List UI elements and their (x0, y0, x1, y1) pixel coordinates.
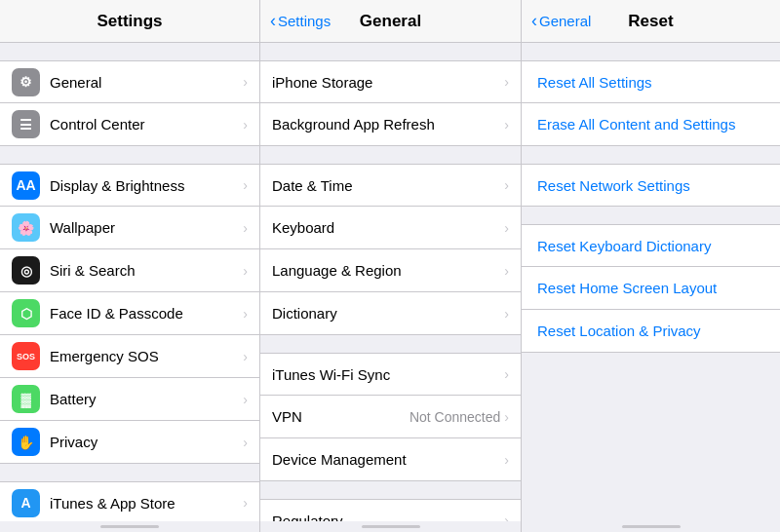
general-item-date-&-time[interactable]: Date & Time› (260, 164, 521, 207)
general-list: iPhone Storage›Background App Refresh›Da… (260, 43, 521, 521)
sidebar-item-battery[interactable]: ▓Battery› (0, 378, 259, 421)
wallpaper-label: Wallpaper (50, 219, 243, 236)
item-label: iPhone Storage (272, 74, 504, 91)
general-item-iphone-storage[interactable]: iPhone Storage› (260, 60, 521, 103)
item-label: Background App Refresh (272, 116, 504, 133)
reset-panel: ‹ General Reset Reset All SettingsErase … (522, 0, 780, 532)
item-value: Not Connected (410, 409, 500, 425)
chevron-right-icon: › (243, 349, 248, 364)
general-back[interactable]: ‹ Settings (270, 11, 331, 31)
reset-list: Reset All SettingsErase All Content and … (522, 43, 780, 521)
item-label: Language & Region (272, 262, 504, 279)
reset-title: Reset (628, 12, 673, 31)
sidebar-item-wallpaper[interactable]: 🌸Wallpaper› (0, 207, 259, 249)
control-center-icon: ☰ (12, 110, 40, 138)
chevron-right-icon: › (504, 366, 509, 382)
scroll-indicator-mid (362, 525, 420, 528)
general-header: ‹ Settings General (260, 0, 521, 43)
reset-item-erase-all-content-and-settings[interactable]: Erase All Content and Settings (522, 103, 780, 146)
item-label: VPN (272, 408, 410, 425)
reset-back[interactable]: ‹ General (531, 11, 591, 31)
battery-icon: ▓ (12, 385, 40, 413)
itunes-appstore-label: iTunes & App Store (50, 495, 243, 512)
sidebar-item-siri-search[interactable]: ◎Siri & Search› (0, 249, 259, 292)
privacy-icon: ✋ (12, 428, 40, 456)
chevron-right-icon: › (504, 513, 509, 521)
reset-item-label: Reset Network Settings (537, 177, 690, 194)
general-label: General (50, 74, 243, 91)
sidebar-item-display-brightness[interactable]: AADisplay & Brightness› (0, 164, 259, 207)
emergency-sos-icon: SOS (12, 342, 40, 370)
reset-item-label: Reset Keyboard Dictionary (537, 238, 711, 254)
item-label: Device Management (272, 451, 504, 468)
chevron-right-icon: › (504, 177, 509, 193)
scroll-indicator-right (622, 525, 681, 528)
chevron-right-icon: › (243, 263, 248, 279)
display-brightness-icon: AA (12, 171, 40, 200)
chevron-right-icon: › (243, 495, 248, 511)
general-panel: ‹ Settings General iPhone Storage›Backgr… (260, 0, 522, 532)
chevron-right-icon: › (243, 392, 248, 407)
chevron-right-icon: › (504, 74, 509, 90)
reset-item-reset-location-&-privacy[interactable]: Reset Location & Privacy (522, 310, 780, 353)
chevron-right-icon: › (504, 220, 509, 236)
general-title: General (360, 12, 421, 31)
settings-header: Settings (0, 0, 259, 43)
settings-list: ⚙General›☰Control Center›AADisplay & Bri… (0, 43, 259, 521)
wallpaper-icon: 🌸 (12, 213, 40, 242)
display-brightness-label: Display & Brightness (50, 177, 243, 194)
face-id-label: Face ID & Passcode (50, 305, 243, 322)
chevron-right-icon: › (243, 74, 248, 90)
settings-title: Settings (97, 12, 162, 31)
control-center-label: Control Center (50, 116, 243, 133)
item-label: Keyboard (272, 219, 504, 236)
chevron-right-icon: › (504, 409, 509, 425)
general-item-vpn[interactable]: VPNNot Connected› (260, 396, 521, 438)
sidebar-item-itunes-appstore[interactable]: AiTunes & App Store› (0, 481, 259, 521)
chevron-right-icon: › (504, 263, 509, 279)
general-item-keyboard[interactable]: Keyboard› (260, 207, 521, 249)
settings-panel: Settings ⚙General›☰Control Center›AADisp… (0, 0, 260, 532)
reset-item-label: Erase All Content and Settings (537, 116, 735, 133)
reset-item-reset-network-settings[interactable]: Reset Network Settings (522, 164, 780, 207)
general-back-label: Settings (278, 13, 331, 29)
sidebar-item-face-id[interactable]: ⬡Face ID & Passcode› (0, 292, 259, 335)
sidebar-item-general[interactable]: ⚙General› (0, 60, 259, 103)
back-chevron-icon-right: ‹ (531, 11, 537, 31)
general-item-device-management[interactable]: Device Management› (260, 438, 521, 481)
item-label: Regulatory (272, 513, 504, 522)
siri-search-label: Siri & Search (50, 262, 243, 279)
reset-item-reset-all-settings[interactable]: Reset All Settings (522, 60, 780, 103)
chevron-right-icon: › (504, 117, 509, 133)
siri-search-icon: ◎ (12, 256, 40, 285)
chevron-right-icon: › (243, 435, 248, 450)
general-item-background-app-refresh[interactable]: Background App Refresh› (260, 103, 521, 146)
scroll-indicator (100, 525, 159, 528)
general-item-regulatory[interactable]: Regulatory› (260, 499, 521, 521)
general-item-dictionary[interactable]: Dictionary› (260, 292, 521, 335)
chevron-right-icon: › (504, 306, 509, 322)
emergency-sos-label: Emergency SOS (50, 348, 243, 364)
reset-item-reset-home-screen-layout[interactable]: Reset Home Screen Layout (522, 267, 780, 310)
back-chevron-icon: ‹ (270, 11, 276, 31)
reset-back-label: General (539, 13, 591, 29)
sidebar-item-privacy[interactable]: ✋Privacy› (0, 421, 259, 464)
item-label: Dictionary (272, 305, 504, 322)
chevron-right-icon: › (243, 117, 248, 133)
reset-item-reset-keyboard-dictionary[interactable]: Reset Keyboard Dictionary (522, 224, 780, 267)
chevron-right-icon: › (243, 177, 248, 193)
sidebar-item-control-center[interactable]: ☰Control Center› (0, 103, 259, 146)
reset-item-label: Reset All Settings (537, 74, 652, 91)
chevron-right-icon: › (243, 220, 248, 236)
reset-item-label: Reset Location & Privacy (537, 323, 701, 339)
reset-header: ‹ General Reset (522, 0, 780, 43)
item-label: iTunes Wi-Fi Sync (272, 366, 504, 383)
itunes-appstore-icon: A (12, 489, 40, 517)
item-label: Date & Time (272, 177, 504, 194)
chevron-right-icon: › (504, 452, 509, 468)
face-id-icon: ⬡ (12, 299, 40, 327)
sidebar-item-emergency-sos[interactable]: SOSEmergency SOS› (0, 335, 259, 378)
general-icon: ⚙ (12, 68, 40, 96)
general-item-itunes-wi-fi-sync[interactable]: iTunes Wi-Fi Sync› (260, 353, 521, 396)
general-item-language-&-region[interactable]: Language & Region› (260, 249, 521, 292)
